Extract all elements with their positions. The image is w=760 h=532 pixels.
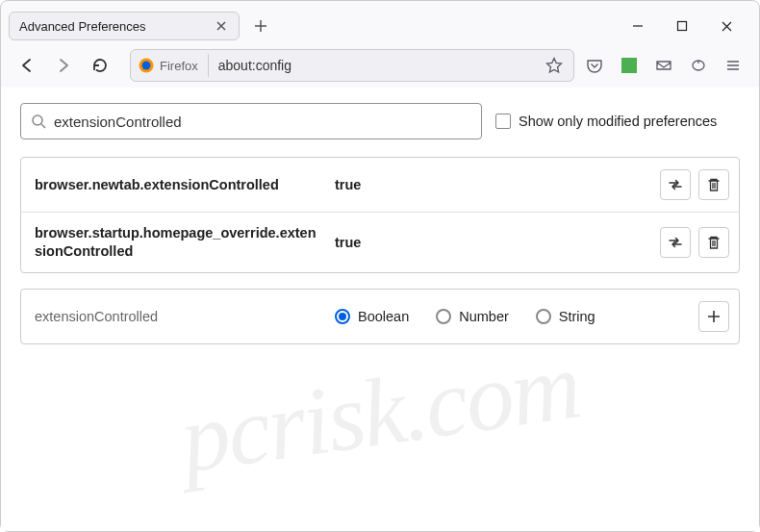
show-modified-checkbox[interactable]: Show only modified preferences: [495, 114, 717, 129]
radio-label: Boolean: [358, 309, 409, 324]
bookmark-star-icon[interactable]: [543, 54, 566, 77]
table-row: browser.startup.homepage_override.extens…: [21, 213, 739, 272]
radio-boolean[interactable]: Boolean: [335, 309, 409, 324]
delete-button[interactable]: [698, 227, 729, 258]
radio-icon: [536, 309, 551, 324]
radio-number[interactable]: Number: [436, 309, 509, 324]
close-window-button[interactable]: [717, 16, 736, 36]
search-icon: [31, 114, 46, 129]
radio-icon: [335, 309, 350, 324]
maximize-button[interactable]: [672, 16, 692, 36]
window-controls: [628, 16, 751, 36]
mail-icon[interactable]: [647, 49, 680, 82]
back-button[interactable]: [11, 49, 43, 82]
pref-search-box[interactable]: [20, 103, 482, 139]
checkbox-icon: [495, 114, 511, 129]
search-input[interactable]: [54, 114, 471, 130]
table-row: browser.newtab.extensionControlled true: [21, 158, 739, 213]
watermark: pcrisk.com: [174, 330, 586, 495]
pref-value: true: [323, 235, 652, 250]
add-button[interactable]: [698, 301, 729, 332]
svg-point-2: [142, 62, 151, 70]
reload-button[interactable]: [84, 49, 116, 82]
identity-box[interactable]: Firefox: [139, 54, 209, 77]
page-content: Show only modified preferences browser.n…: [1, 88, 759, 531]
pref-name: browser.startup.homepage_override.extens…: [35, 224, 323, 261]
tab-title: Advanced Preferences: [19, 19, 146, 34]
navigation-toolbar: Firefox about:config: [1, 43, 759, 88]
svg-rect-0: [678, 22, 687, 31]
minimize-button[interactable]: [628, 16, 647, 36]
new-pref-row: extensionControlled Boolean Number Strin…: [20, 289, 740, 344]
checkbox-label: Show only modified preferences: [519, 114, 717, 129]
close-tab-icon[interactable]: [214, 18, 229, 34]
title-bar: Advanced Preferences: [1, 1, 759, 43]
pref-name: browser.newtab.extensionControlled: [35, 176, 323, 194]
forward-button[interactable]: [47, 49, 80, 82]
svg-point-3: [33, 115, 42, 125]
address-bar[interactable]: Firefox about:config: [130, 49, 574, 82]
radio-icon: [436, 309, 451, 324]
identity-label: Firefox: [160, 59, 198, 73]
new-pref-name: extensionControlled: [35, 309, 323, 324]
type-radio-group: Boolean Number String: [323, 309, 691, 324]
radio-string[interactable]: String: [536, 309, 595, 324]
radio-label: Number: [459, 309, 509, 324]
pref-value: true: [323, 177, 652, 192]
extension-icon[interactable]: [613, 49, 646, 82]
browser-tab[interactable]: Advanced Preferences: [9, 12, 240, 40]
firefox-logo-icon: [139, 58, 154, 73]
results-table: browser.newtab.extensionControlled true …: [20, 157, 740, 273]
delete-button[interactable]: [698, 169, 729, 200]
pocket-icon[interactable]: [578, 49, 611, 82]
radio-label: String: [559, 309, 595, 324]
url-text: about:config: [209, 58, 543, 73]
notes-icon[interactable]: [682, 49, 715, 82]
app-menu-button[interactable]: [717, 49, 749, 82]
toggle-button[interactable]: [660, 169, 691, 200]
new-tab-button[interactable]: [247, 13, 274, 39]
toggle-button[interactable]: [660, 227, 691, 258]
